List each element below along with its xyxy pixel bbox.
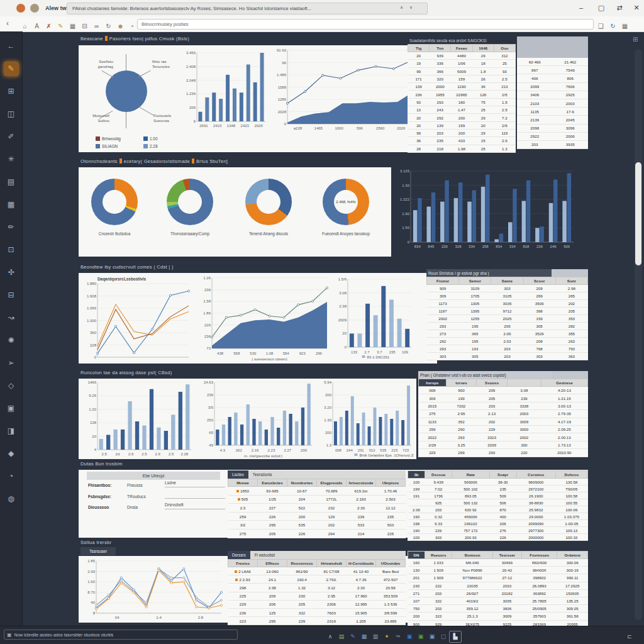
column-header[interactable]: 1648: [472, 45, 494, 52]
maximize-button[interactable]: ▢: [596, 4, 606, 12]
sidebar-item-settings-icon[interactable]: ✣: [4, 265, 19, 280]
status-message-box[interactable]: ▣ Now lcbndile assteu ados tasvrsbter st…: [4, 630, 238, 640]
column-header[interactable]: Monee: [228, 479, 258, 487]
column-header[interactable]: Ukrpisos: [376, 479, 406, 487]
column-header[interactable]: Semor: [459, 277, 491, 285]
ink-icon[interactable]: ✑: [392, 631, 404, 642]
column-header[interactable]: UOssndes: [376, 560, 406, 567]
vertical-scrollbar-track[interactable]: [635, 49, 642, 620]
caret-up-icon[interactable]: ∧: [325, 631, 336, 642]
green-app-icon[interactable]: ▣: [415, 631, 426, 642]
column-header[interactable]: Rseusrs: [425, 552, 452, 559]
column-header[interactable]: Fresiss: [228, 560, 258, 567]
column-header[interactable]: Feveo: [451, 45, 472, 52]
blue-app-icon[interactable]: ▣: [404, 631, 415, 642]
tab-caret-icons[interactable]: ∧ ∨: [400, 5, 415, 10]
table-tab[interactable]: Fi wstuobst: [250, 551, 406, 559]
column-header[interactable]: Sonr: [555, 277, 587, 285]
donut-ring[interactable]: 2.468, %4%: [323, 179, 369, 225]
file-icon[interactable]: ▤: [336, 631, 347, 642]
column-header[interactable]: Ton: [430, 45, 451, 52]
column-header[interactable]: Sanre: [491, 277, 523, 285]
sidebar-item-pencil-icon[interactable]: ✏: [4, 220, 19, 235]
sidebar-item-list-panel-icon[interactable]: ▤: [4, 175, 19, 189]
column-header[interactable]: DN: [408, 552, 425, 559]
donut-ring[interactable]: [167, 179, 213, 225]
form-input[interactable]: [165, 492, 225, 499]
back-icon[interactable]: ‹: [6, 19, 9, 28]
sidebar-item-pie-icon[interactable]: ◔: [4, 469, 19, 484]
document-tab[interactable]: PAinal chostanies famvide: Bvteraos auer…: [67, 3, 428, 14]
column-header[interactable]: hsrsps: [419, 379, 447, 387]
column-header[interactable]: Earusbctes: [258, 479, 287, 487]
column-header[interactable]: Dohcos: [555, 471, 587, 479]
column-header[interactable]: Hrtswsdsdt: [317, 560, 347, 567]
refresh-icon[interactable]: ↻: [607, 23, 619, 30]
column-header[interactable]: Soayr: [489, 471, 516, 479]
sidebar-item-columns-icon[interactable]: ◨: [4, 424, 19, 438]
fullscreen-icon[interactable]: ⊏: [624, 631, 635, 642]
column-header[interactable]: Fismsr: [427, 277, 459, 285]
vertical-scrollbar-thumb[interactable]: [635, 162, 641, 265]
sidebar-item-back-arrow-icon[interactable]: ←: [4, 39, 19, 53]
table-tab[interactable]: Tesrsdonis: [248, 470, 406, 479]
close-button[interactable]: ✕: [631, 4, 641, 12]
column-header[interactable]: Fsvrnsses: [521, 552, 557, 559]
sidebar-item-notebook-icon[interactable]: ◫: [4, 107, 19, 121]
doc-app-icon[interactable]: ▣: [426, 631, 438, 642]
table-tab[interactable]: Dsrssrs: [228, 551, 250, 559]
section6-tab[interactable]: Tssrsuser: [80, 547, 116, 555]
column-header[interactable]: Rate: [452, 471, 489, 479]
sidebar-item-pen-tool-icon[interactable]: ✐: [4, 130, 19, 144]
column-header[interactable]: torses: [446, 379, 477, 387]
table-icon[interactable]: ▦: [67, 23, 79, 30]
address-input[interactable]: Biinocrrinusiey posties: [137, 19, 594, 30]
apps-icon[interactable]: ▦: [619, 23, 631, 30]
column-header[interactable]: Ssuuss: [477, 379, 508, 387]
table-tab[interactable]: Lscteo: [228, 470, 248, 479]
sheet-icon[interactable]: ▥: [370, 631, 381, 642]
sidebar-item-diamond-icon[interactable]: ◇: [4, 379, 19, 393]
column-header[interactable]: Tig: [408, 45, 430, 52]
home-icon[interactable]: ⌂: [19, 23, 31, 30]
column-header[interactable]: Dscsoe: [425, 471, 452, 479]
expand-panel-icon[interactable]: ⊞: [633, 36, 638, 43]
sidebar-item-layout-grid-icon[interactable]: ⊞: [4, 84, 19, 99]
column-header[interactable]: H-Csrsidsuds: [347, 560, 376, 567]
sidebar-item-shield-icon[interactable]: ◆: [4, 447, 19, 461]
form-input[interactable]: Lsdne: [165, 480, 225, 487]
highlighter-icon[interactable]: ✎: [55, 23, 67, 30]
column-header[interactable]: 3b: [408, 471, 425, 479]
column-header[interactable]: Bomosn: [452, 552, 493, 559]
column-header[interactable]: ERtsco: [258, 560, 287, 567]
column-header[interactable]: Scoor: [523, 277, 555, 285]
column-header[interactable]: Rososrvscs: [287, 560, 317, 567]
column-header[interactable]: Elsgpresids: [317, 479, 347, 487]
sidebar-item-collapse-icon[interactable]: ⊟: [4, 288, 19, 303]
sidebar-item-frame-icon[interactable]: ▣: [4, 401, 19, 416]
column-header[interactable]: Tesrsser: [492, 552, 521, 559]
switch-window-button[interactable]: ⇄: [614, 4, 625, 12]
comment-icon[interactable]: ❑: [595, 23, 607, 30]
save-icon[interactable]: ⊟: [79, 23, 91, 30]
sidebar-item-chart-box-icon[interactable]: ⊡: [4, 243, 19, 257]
pen-icon[interactable]: ✎: [347, 631, 358, 642]
sidebar-item-cursor-icon[interactable]: ➢: [4, 356, 19, 370]
column-header[interactable]: [507, 379, 541, 387]
sidebar-item-donut-icon[interactable]: ◍: [4, 492, 19, 506]
avatar[interactable]: [30, 4, 39, 13]
redpen-icon[interactable]: ✗: [43, 23, 55, 30]
donut-ring[interactable]: [245, 179, 292, 225]
link-icon[interactable]: ∞: [91, 23, 103, 30]
column-header[interactable]: Oso: [494, 45, 515, 52]
sync-icon[interactable]: ↻: [103, 23, 114, 30]
sidebar-item-edit-tool-icon[interactable]: ✎: [4, 62, 19, 76]
sidebar-item-gear-icon[interactable]: ✳: [4, 152, 19, 167]
user-icon[interactable]: ☻: [114, 23, 126, 30]
report-icon[interactable]: ▦: [358, 631, 370, 642]
column-header[interactable]: Csrsmss: [516, 471, 555, 479]
donut-ring[interactable]: [91, 179, 138, 225]
avatar[interactable]: [16, 4, 25, 13]
column-header[interactable]: hrtsecstoode: [347, 479, 376, 487]
grey-app-icon[interactable]: ▢: [438, 631, 449, 642]
